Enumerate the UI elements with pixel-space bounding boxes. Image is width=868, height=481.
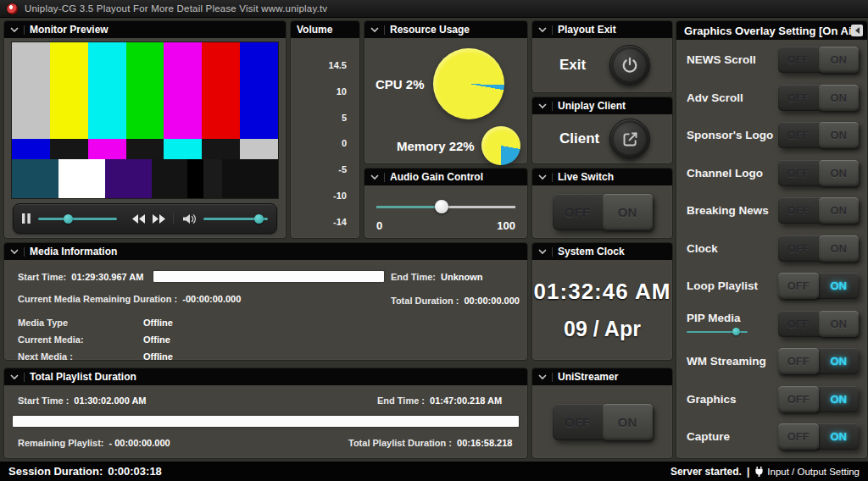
playout-exit-panel: Playout Exit Exit <box>531 20 673 93</box>
remaining-playlist-label: Remaining Playlist: <box>18 438 103 448</box>
panel-title: Playout Exit <box>558 24 616 36</box>
seek-slider[interactable] <box>38 213 117 224</box>
header-divider <box>384 25 385 35</box>
next-media-label: Next Media : <box>18 351 138 362</box>
panel-header: Resource Usage <box>364 21 527 38</box>
live-switch-panel: Live Switch OFF ON <box>531 168 673 239</box>
chevron-down-icon[interactable] <box>538 27 547 33</box>
header-divider <box>24 247 25 257</box>
toggle-wm-streaming[interactable]: OFFON <box>778 348 859 374</box>
chevron-down-icon[interactable] <box>538 103 547 109</box>
chevron-down-icon[interactable] <box>538 374 547 380</box>
client-button[interactable] <box>609 119 650 159</box>
overlay-row: Clock OFFON <box>687 235 859 262</box>
panel-title: Graphics Overlay Setting [On Air] <box>684 25 860 37</box>
media-progress-bar <box>153 271 384 282</box>
rewind-button[interactable] <box>132 214 145 224</box>
audio-gain-thumb[interactable] <box>435 200 448 213</box>
toggle-graphics[interactable]: OFFON <box>778 386 859 412</box>
volume-scale: 14.5 10 5 0 -5 -10 -14 <box>329 60 347 227</box>
volume-tick: -5 <box>338 164 347 174</box>
panel-header: System Clock <box>532 243 672 260</box>
volume-tick: 10 <box>337 86 347 97</box>
player-control-bar <box>13 203 277 234</box>
chevron-down-icon[interactable] <box>10 374 19 380</box>
panel-header: Playout Exit <box>532 21 672 38</box>
toggle-capture[interactable]: OFFON <box>778 423 859 450</box>
toggle-breaking-news[interactable]: OFFON <box>778 197 859 224</box>
header-divider <box>24 373 25 382</box>
header-divider <box>384 173 385 182</box>
overlay-row: NEWS Scroll OFFON <box>687 47 859 73</box>
chevron-down-icon[interactable] <box>370 27 379 33</box>
audio-gain-slider[interactable] <box>376 199 515 214</box>
unistreamer-toggle[interactable]: OFF ON <box>553 404 653 440</box>
toggle-pip-media[interactable]: OFFON <box>778 311 859 337</box>
chevron-down-icon[interactable] <box>370 174 379 180</box>
header-divider <box>552 173 553 182</box>
overlay-item-label: Sponsor's Logo <box>687 129 773 141</box>
total-duration-label: Total Duration : <box>391 296 459 306</box>
playlist-progress-bar <box>13 416 519 427</box>
title-bar: Uniplay-CG 3.5 Playout For More Detail P… <box>0 0 868 18</box>
exit-button[interactable] <box>609 45 650 86</box>
total-duration-value: 00:00:00.000 <box>464 296 519 306</box>
playlist-end-time-label: End Time : <box>377 395 425 406</box>
graphics-overlay-panel: Graphics Overlay Setting [On Air] NEWS S… <box>676 20 868 459</box>
overlay-row: PIP Media OFFON <box>687 311 859 337</box>
panel-header: Uniplay Client <box>532 97 672 114</box>
clock-date: 09 / Apr <box>564 317 641 341</box>
status-bar: Session Duration: 0:00:03:18 Server star… <box>0 462 868 481</box>
audio-gain-max-label: 100 <box>497 219 515 232</box>
live-switch-toggle[interactable]: OFF ON <box>553 194 653 230</box>
overlay-row: Channel Logo OFFON <box>687 160 859 186</box>
io-setting-button[interactable]: Input / Output Setting <box>754 467 860 477</box>
chevron-down-icon[interactable] <box>538 174 547 180</box>
toggle-loop-playlist[interactable]: OFFON <box>778 273 859 299</box>
window-title: Uniplay-CG 3.5 Playout For More Detail P… <box>25 3 327 14</box>
end-time-value: Unknown <box>441 272 483 282</box>
audio-gain-track-empty <box>442 206 515 208</box>
overlay-row: Loop Playlist OFFON <box>687 273 859 299</box>
chevron-down-icon[interactable] <box>538 249 547 255</box>
io-setting-label: Input / Output Setting <box>767 467 860 477</box>
chevron-down-icon[interactable] <box>10 27 19 33</box>
panel-header: Total Playlist Duration <box>4 368 527 385</box>
app-logo-icon <box>7 3 18 14</box>
toggle-news-scroll[interactable]: OFFON <box>778 47 859 73</box>
pause-button[interactable] <box>22 213 31 224</box>
server-status: Server started. <box>670 466 742 478</box>
clock-time: 01:32:46 AM <box>534 279 671 305</box>
overlay-item-label: PIP Media <box>687 312 748 324</box>
panel-title: Resource Usage <box>390 24 470 36</box>
seek-slider-thumb[interactable] <box>64 214 73 224</box>
pip-slider-thumb[interactable] <box>732 328 740 335</box>
toggle-clock[interactable]: OFFON <box>778 235 859 262</box>
toggle-sponsors-logo[interactable]: OFFON <box>778 122 859 148</box>
toggle-channel-logo[interactable]: OFFON <box>778 160 859 186</box>
header-divider <box>24 25 25 35</box>
resource-usage-panel: Resource Usage CPU 2% Memory 22% <box>364 20 528 164</box>
session-duration-value: 0:00:03:18 <box>108 465 162 478</box>
header-divider <box>552 247 553 257</box>
collapse-sidebar-button[interactable] <box>851 25 863 36</box>
mute-button[interactable] <box>183 213 197 224</box>
volume-tick: 0 <box>342 138 347 148</box>
switch-on-label: ON <box>603 194 653 230</box>
media-info-row: Current Media: Offine <box>18 334 170 345</box>
overlay-row: Breaking News OFFON <box>687 197 859 224</box>
panel-title: Live Switch <box>558 171 614 183</box>
overlay-item-label: Loop Playlist <box>687 279 758 292</box>
total-playlist-duration-value: 00:16:58.218 <box>457 438 512 448</box>
toggle-adv-scroll[interactable]: OFFON <box>778 85 859 111</box>
pip-media-slider[interactable] <box>687 328 748 336</box>
end-time-label: End Time: <box>391 272 436 282</box>
memory-pie-chart <box>481 126 520 165</box>
fast-forward-button[interactable] <box>153 214 165 224</box>
chevron-down-icon[interactable] <box>10 249 19 255</box>
color-bars-row-pluge <box>12 159 278 198</box>
volume-tick: 5 <box>342 113 347 123</box>
volume-slider-thumb[interactable] <box>254 214 264 224</box>
panel-header: Live Switch <box>532 169 672 185</box>
volume-slider[interactable] <box>203 213 268 224</box>
